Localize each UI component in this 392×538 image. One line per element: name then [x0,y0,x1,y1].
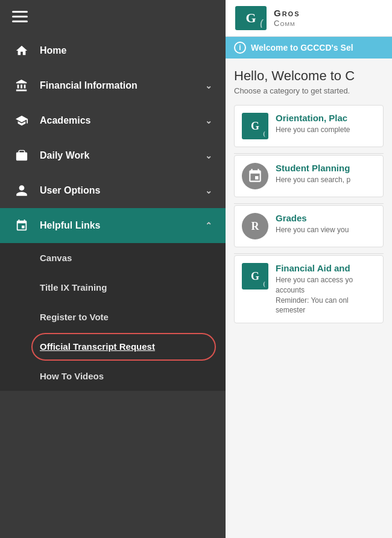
school-name: Gros Comm [274,8,300,28]
welcome-banner: i Welcome to GCCCD's Sel [226,37,392,59]
sub-item-transcript[interactable]: Official Transcript Request [0,332,226,361]
sidebar-item-user-options[interactable]: User Options ⌄ [0,173,226,208]
sidebar-header [0,0,226,33]
financial-aid-title: Financial Aid and [276,263,376,273]
sidebar-item-daily-work[interactable]: Daily Work ⌄ [0,138,226,173]
student-planning-content: Student Planning Here you can search, p [276,163,376,185]
sidebar-item-home[interactable]: Home [0,33,226,68]
card-student-planning[interactable]: Student Planning Here you can search, p [234,155,384,197]
divider-2 [234,203,384,204]
main-content: G ( Gros Comm i Welcome to GCCCD's Sel H… [226,0,392,538]
orientation-logo: G ( [242,113,268,139]
student-planning-logo [242,163,268,189]
school-name-top: Gros [274,8,300,19]
grades-title: Grades [276,213,376,223]
home-label: Home [40,45,212,56]
divider-3 [234,253,384,254]
sub-item-how-to[interactable]: How To Videos [0,361,226,391]
sidebar-item-helpful-links[interactable]: Helpful Links ⌃ [0,208,226,243]
user-icon [13,184,30,197]
welcome-text: Welcome to GCCCD's Sel [251,43,353,52]
home-icon [13,44,30,57]
card-grades[interactable]: R Grades Here you can view you [234,205,384,247]
helpful-links-icon [13,219,30,232]
daily-work-label: Daily Work [40,150,195,161]
financial-label: Financial Information [40,80,195,91]
financial-aid-desc: Here you can access yo accounts Reminder… [276,275,376,315]
school-logo: G ( [235,6,267,30]
sub-item-title-ix[interactable]: Title IX Training [0,273,226,302]
user-options-label: User Options [40,185,195,196]
academics-chevron: ⌄ [205,116,212,125]
sub-item-canvas[interactable]: Canvas [0,243,226,273]
grades-logo: R [242,213,268,239]
grades-desc: Here you can view you [276,225,376,235]
helpful-links-label: Helpful Links [40,220,195,231]
top-bar: G ( Gros Comm [226,0,392,37]
orientation-title: Orientation, Plac [276,113,376,123]
bank-icon [13,79,30,92]
card-financial-aid[interactable]: G ( Financial Aid and Here you can acces… [234,255,384,323]
school-name-bottom: Comm [274,19,300,28]
graduation-icon [13,114,30,127]
financial-aid-content: Financial Aid and Here you can access yo… [276,263,376,315]
logo-g-letter: G [245,10,256,26]
hamburger-menu-icon[interactable] [12,11,28,22]
orientation-content: Orientation, Plac Here you can complete [276,113,376,135]
helpful-links-chevron: ⌃ [205,221,212,230]
card-orientation[interactable]: G ( Orientation, Plac Here you can compl… [234,105,384,147]
student-planning-title: Student Planning [276,163,376,173]
grades-content: Grades Here you can view you [276,213,376,235]
logo-c-letter: ( [260,18,263,28]
divider-1 [234,153,384,154]
briefcase-icon [13,149,30,162]
hello-title: Hello, Welcome to C [234,68,384,84]
info-icon: i [234,42,246,54]
financial-aid-logo: G ( [242,263,268,290]
daily-work-chevron: ⌄ [205,151,212,160]
student-planning-desc: Here you can search, p [276,175,376,185]
sidebar-item-financial[interactable]: Financial Information ⌄ [0,68,226,103]
orientation-desc: Here you can complete [276,125,376,135]
content-area: Hello, Welcome to C Choose a category to… [226,59,392,538]
sub-item-register-vote[interactable]: Register to Vote [0,302,226,332]
sidebar: Home Financial Information ⌄ Academics ⌄… [0,0,226,538]
user-options-chevron: ⌄ [205,186,212,195]
academics-label: Academics [40,115,195,126]
sidebar-item-academics[interactable]: Academics ⌄ [0,103,226,138]
financial-chevron: ⌄ [205,81,212,90]
choose-text: Choose a category to get started. [234,86,384,95]
